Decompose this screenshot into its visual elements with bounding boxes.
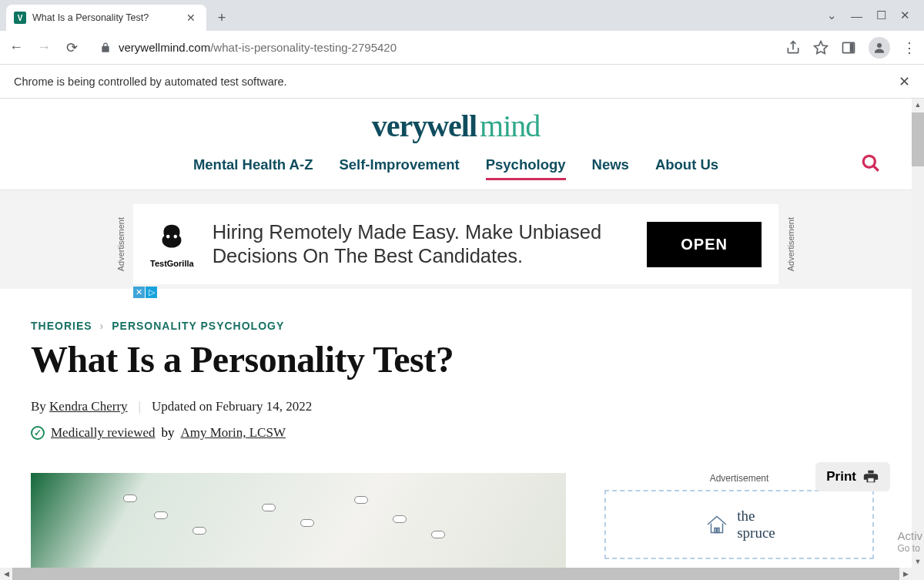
- author-link[interactable]: Kendra Cherry: [49, 399, 128, 414]
- svg-point-4: [863, 156, 875, 167]
- reviewer-link[interactable]: Amy Morin, LCSW: [180, 425, 285, 441]
- scroll-right-icon[interactable]: ▶: [899, 568, 912, 580]
- site-header: verywellmind: [0, 99, 912, 144]
- nav-link[interactable]: Self-Improvement: [339, 156, 459, 180]
- article-title: What Is a Personality Test?: [31, 338, 881, 381]
- leaderboard-ad[interactable]: TestGorilla Hiring Remotely Made Easy. M…: [133, 204, 778, 284]
- reload-button[interactable]: ⟳: [63, 39, 80, 56]
- svg-point-7: [174, 235, 178, 239]
- breadcrumb: THEORIES › PERSONALITY PSYCHOLOGY: [31, 320, 881, 332]
- windows-activation-watermark: Activ Go to: [897, 529, 922, 554]
- svg-rect-9: [718, 528, 719, 533]
- ad-cta-button[interactable]: OPEN: [647, 222, 762, 267]
- svg-rect-2: [850, 43, 854, 52]
- site-logo[interactable]: verywellmind: [0, 108, 912, 144]
- back-button[interactable]: ←: [8, 39, 25, 55]
- svg-point-3: [877, 43, 882, 48]
- person-icon: [872, 41, 886, 55]
- breadcrumb-link[interactable]: THEORIES: [31, 320, 92, 332]
- medical-review: ✓ Medically reviewed by Amy Morin, LCSW: [31, 425, 881, 441]
- close-window-icon[interactable]: ✕: [900, 8, 910, 22]
- scrollbar-thumb-h[interactable]: [12, 568, 899, 580]
- tab-bar: V What Is a Personality Test? ✕ + ⌄ — ☐ …: [0, 0, 924, 31]
- kebab-menu-icon[interactable]: ⋮: [902, 39, 916, 56]
- favicon-icon: V: [14, 12, 26, 24]
- horizontal-scrollbar[interactable]: ◀ ▶: [0, 568, 912, 580]
- svg-rect-8: [715, 528, 716, 533]
- tab-title: What Is a Personality Test?: [32, 12, 177, 23]
- print-button[interactable]: Print: [815, 462, 890, 491]
- share-icon[interactable]: [785, 40, 801, 55]
- info-bar-close-icon[interactable]: ✕: [899, 73, 910, 90]
- search-icon[interactable]: [861, 153, 881, 176]
- adchoices-icon[interactable]: ✕▷: [133, 287, 158, 298]
- nav-link[interactable]: News: [592, 156, 629, 180]
- browser-toolbar: ← → ⟳ verywellmind.com/what-is-personali…: [0, 31, 924, 65]
- page-viewport: verywellmind Mental Health A-ZSelf-Impro…: [0, 99, 924, 580]
- ad-label-right: Advertisement: [786, 217, 795, 271]
- hero-image: [31, 473, 566, 573]
- bookmark-star-icon[interactable]: [813, 40, 829, 55]
- browser-chrome: V What Is a Personality Test? ✕ + ⌄ — ☐ …: [0, 0, 924, 99]
- scroll-down-icon[interactable]: ▼: [912, 555, 924, 568]
- minimize-icon[interactable]: —: [851, 9, 862, 22]
- automation-info-bar: Chrome is being controlled by automated …: [0, 65, 924, 99]
- toolbar-right: ⋮: [785, 37, 916, 59]
- main-nav: Mental Health A-ZSelf-ImprovementPsychol…: [0, 144, 912, 189]
- svg-line-5: [873, 166, 879, 171]
- scroll-up-icon[interactable]: ▲: [912, 99, 924, 111]
- vertical-scrollbar[interactable]: ▲ ▼: [912, 99, 924, 580]
- url-path: /what-is-personality-testing-2795420: [210, 41, 397, 54]
- info-bar-text: Chrome is being controlled by automated …: [14, 75, 287, 88]
- side-panel-icon[interactable]: [841, 40, 856, 55]
- leaderboard-ad-region: Advertisement TestGorilla Hiring Remotel…: [0, 190, 912, 289]
- scrollbar-thumb[interactable]: [912, 112, 924, 166]
- address-bar[interactable]: verywellmind.com/what-is-personality-tes…: [91, 41, 775, 54]
- browser-tab[interactable]: V What Is a Personality Test? ✕: [6, 5, 206, 31]
- printer-icon: [862, 468, 879, 485]
- article: THEORIES › PERSONALITY PSYCHOLOGY What I…: [0, 289, 912, 573]
- window-controls: ⌄ — ☐ ✕: [813, 0, 924, 31]
- updated-date: February 14, 2022: [216, 399, 312, 414]
- breadcrumb-link[interactable]: PERSONALITY PSYCHOLOGY: [112, 320, 284, 332]
- article-byline: By Kendra Cherry | Updated on February 1…: [31, 399, 881, 414]
- house-icon: [703, 511, 731, 538]
- nav-link[interactable]: Mental Health A-Z: [193, 156, 313, 180]
- svg-marker-0: [815, 41, 828, 53]
- forward-button[interactable]: →: [35, 39, 52, 55]
- chevron-down-icon[interactable]: ⌄: [827, 8, 837, 22]
- ad-headline: Hiring Remotely Made Easy. Make Unbiased…: [213, 220, 629, 267]
- lock-icon: [100, 42, 111, 53]
- svg-point-6: [166, 235, 170, 239]
- nav-link[interactable]: About Us: [655, 156, 718, 180]
- scroll-left-icon[interactable]: ◀: [0, 568, 12, 580]
- tab-close-icon[interactable]: ✕: [183, 12, 199, 24]
- new-tab-button[interactable]: +: [211, 7, 233, 28]
- profile-button[interactable]: [869, 37, 890, 59]
- sidebar-ad-box[interactable]: the spruce: [604, 490, 874, 559]
- maximize-icon[interactable]: ☐: [876, 8, 886, 22]
- review-label-link[interactable]: Medically reviewed: [51, 425, 155, 441]
- chevron-right-icon: ›: [100, 320, 105, 332]
- ad-label-left: Advertisement: [116, 217, 126, 271]
- gorilla-icon: [154, 220, 189, 256]
- checkmark-icon: ✓: [31, 426, 45, 440]
- url-domain: verywellmind.com: [119, 41, 210, 54]
- nav-link[interactable]: Psychology: [486, 156, 566, 180]
